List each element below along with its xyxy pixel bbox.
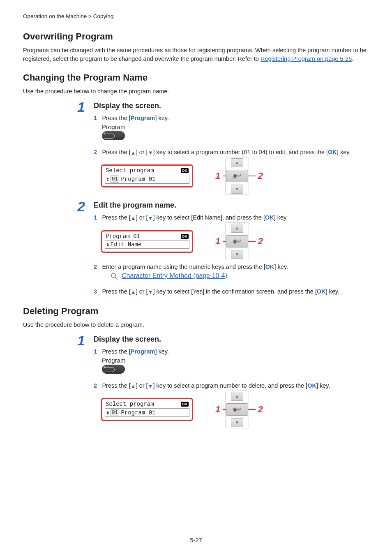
callout-1: 1 <box>215 404 220 415</box>
ok-key: OK <box>317 288 326 295</box>
step1-heading: Display the screen. <box>94 102 369 110</box>
substep-text: Press the [Program] key. <box>102 348 169 355</box>
t: ] key. <box>337 149 351 155</box>
big-step-2: 2 <box>77 199 85 215</box>
substep-text: Enter a program name using the numeric k… <box>102 264 288 270</box>
heading-deleting: Deleting Program <box>23 306 369 317</box>
t: ] key to select [Edit Name], and press t… <box>153 214 265 221</box>
updown-icon: ▲▼ <box>107 177 109 181</box>
substep-text: Press the [▲] or [▼] key to select a pro… <box>102 149 350 155</box>
arrow-down-icon: ▼ <box>148 289 153 295</box>
dpad-ok-icon: ◉↵ <box>226 235 248 247</box>
ok-key: OK <box>307 382 316 389</box>
lcd-selection-row: ▲▼ Edit Name <box>105 240 189 249</box>
arrow-down-icon: ▼ <box>148 150 153 156</box>
lcd-text: Edit Name <box>111 241 142 248</box>
arrow-up-icon: ▲ <box>131 150 136 156</box>
callout-1: 1 <box>215 236 220 247</box>
magnifier-icon <box>110 272 118 282</box>
page-number: 5-27 <box>0 537 392 543</box>
t: ] or [ <box>136 214 148 221</box>
callout-2: 2 <box>258 236 263 247</box>
substep-num-1: 1 <box>94 115 100 121</box>
para-overwriting: Programs can be changed with the same pr… <box>23 46 369 63</box>
substep-num-2: 2 <box>94 264 100 270</box>
callout-2: 2 <box>258 404 263 415</box>
substep-num-1: 1 <box>94 348 100 355</box>
dpad-up-icon: ▲ <box>231 224 243 233</box>
t: Press the [ <box>102 382 130 389</box>
t: Press the [ <box>102 348 130 355</box>
program-hardware-key-icon <box>102 131 125 140</box>
arrow-down-icon: ▼ <box>148 215 153 221</box>
big-step-1: 1 <box>77 333 85 349</box>
t: Press the [ <box>102 214 130 221</box>
program-key-caption: Program <box>102 123 369 130</box>
lcd-program01: Program 01 OK ▲▼ Edit Name <box>101 230 193 253</box>
t: ] or [ <box>136 149 148 155</box>
dpad-up-icon: ▲ <box>231 158 243 167</box>
dpad-down-icon: ▼ <box>231 418 243 427</box>
t: Press the [ <box>102 115 130 121</box>
heading-overwriting: Overwriting Program <box>23 31 369 42</box>
ok-chip-icon: OK <box>181 168 189 173</box>
breadcrumb: Operation on the Machine > Copying <box>23 13 369 22</box>
para-deleting-intro: Use the procedure below to delete a prog… <box>23 321 369 329</box>
lcd-text: Program 01 <box>121 409 155 416</box>
t: ] key to select [Yes] in the confirmatio… <box>153 288 317 295</box>
t: ] key to select a program number (01 to … <box>153 149 328 155</box>
updown-icon: ▲▼ <box>107 411 109 415</box>
lcd-num: 01 <box>111 409 120 416</box>
arrow-up-icon: ▲ <box>131 289 136 295</box>
dpad-ok-icon: ◉↵ <box>226 403 248 416</box>
lcd-select-program: Select program OK ▲▼ 01 Program 01 <box>101 164 193 187</box>
heading-changing: Changing the Program Name <box>23 72 369 83</box>
svg-point-0 <box>111 273 115 278</box>
lcd-title: Select program <box>106 167 154 174</box>
t: ] key. <box>155 115 169 121</box>
step2-heading: Edit the program name. <box>94 201 369 210</box>
ok-key: OK <box>328 149 337 155</box>
lcd-select-program: Select program OK ▲▼ 01 Program 01 <box>101 398 193 421</box>
dpad-ok-icon: ◉↵ <box>226 170 248 182</box>
dpad-diagram: ▲ ◉↵ ▼ 1 2 <box>210 224 263 259</box>
dpad-down-icon: ▼ <box>231 250 243 259</box>
substep-text: Press the [▲] or [▼] key to select a pro… <box>102 382 330 389</box>
program-key-caption: Program <box>102 357 369 364</box>
substep-num-1: 1 <box>94 214 100 221</box>
lcd-selection-row: ▲▼ 01 Program 01 <box>105 175 189 184</box>
substep-text: Press the [▲] or [▼] key to select [Edit… <box>102 214 288 221</box>
t: ] or [ <box>136 382 148 389</box>
callout-1: 1 <box>215 171 220 181</box>
svg-line-1 <box>115 277 118 280</box>
ok-key: OK <box>265 264 274 270</box>
substep-num-2: 2 <box>94 149 100 155</box>
big-step-1: 1 <box>77 99 85 115</box>
substep-num-2: 2 <box>94 382 100 389</box>
t: ] key to select a program number to dele… <box>153 382 308 389</box>
t: Press the [ <box>102 149 130 155</box>
program-key-label: Program <box>131 115 155 121</box>
lcd-text: Program 01 <box>121 176 155 183</box>
link-registering-program[interactable]: Registering Program on page 5-25 <box>261 56 352 62</box>
arrow-down-icon: ▼ <box>148 383 153 389</box>
t: ] key. <box>326 288 340 295</box>
lcd-title: Program 01 <box>106 233 140 240</box>
arrow-up-icon: ▲ <box>131 215 136 221</box>
substep-text: Press the [▲] or [▼] key to select [Yes]… <box>102 288 339 295</box>
t: Press the [ <box>102 288 130 295</box>
ok-key: OK <box>265 214 274 221</box>
dpad-down-icon: ▼ <box>231 185 243 194</box>
t: ] key. <box>274 214 288 221</box>
para-changing-intro: Use the procedure below to change the pr… <box>23 87 369 96</box>
lcd-num: 01 <box>111 176 120 183</box>
t: ] or [ <box>136 288 148 295</box>
link-char-entry[interactable]: Character Entry Method (page 10-4) <box>122 272 227 280</box>
program-hardware-key-icon <box>102 365 125 374</box>
t: ] key. <box>155 348 169 355</box>
t: Enter a program name using the numeric k… <box>102 264 265 270</box>
text: . <box>352 56 353 62</box>
lcd-selection-row: ▲▼ 01 Program 01 <box>105 408 189 417</box>
callout-2: 2 <box>258 171 263 181</box>
ok-chip-icon: OK <box>181 402 189 407</box>
